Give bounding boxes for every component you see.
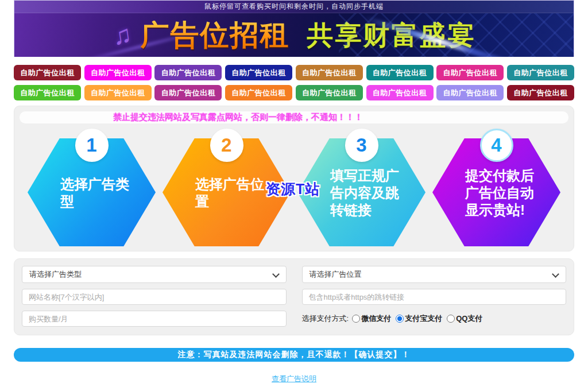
ad-rent-button[interactable]: 自助广告位出租 (296, 85, 363, 100)
payment-option[interactable]: 微信支付 (352, 313, 391, 324)
site-watermark: 资源T站 (266, 180, 320, 199)
ad-rent-button[interactable]: 自助广告位出租 (14, 65, 81, 80)
ad-rent-button[interactable]: 自助广告位出租 (507, 85, 574, 100)
ad-type-select[interactable]: 请选择广告类型 (22, 266, 287, 283)
ad-position-select[interactable]: 请选择广告位置 (302, 266, 567, 283)
step-1-number-badge: 1 (75, 129, 109, 162)
step-4-label: 提交付款后广告位自动显示贵站! (465, 167, 539, 219)
header: 鼠标停留可查看购买时间和剩余时间，自动同步手机端 ♫ 广告位招租 共享财富盛宴 (14, 0, 574, 57)
step-1: 选择广告类型 1 (28, 129, 156, 247)
submit-notice-bar[interactable]: 注意：写真站及违法网站会删除，且不退款！【确认提交】！ (14, 348, 574, 362)
ad-rent-button[interactable]: 自助广告位出租 (225, 65, 292, 80)
steps-card: 禁止提交违法网站及写真露点网站，否则一律删除，不通知！！！ 选择广告类型 1 选… (14, 106, 574, 251)
step-3-number-badge: 3 (345, 129, 378, 162)
step-4: 提交付款后广告位自动显示贵站! 4 (432, 129, 560, 247)
step-3-label: 填写正规广告内容及跳转链接 (330, 167, 404, 219)
step-2-number-badge: 2 (210, 129, 243, 162)
ad-buttons-grid: 自助广告位出租自助广告位出租自助广告位出租自助广告位出租自助广告位出租自助广告位… (14, 57, 574, 100)
ad-order-form: 请选择广告类型 请选择广告位置 选择支付方式: 微信支付支付宝支付QQ支付 (14, 258, 574, 335)
banner-subtitle: 共享财富盛宴 (307, 22, 476, 48)
payment-radio[interactable] (447, 315, 455, 323)
payment-option-label: 支付宝支付 (405, 313, 442, 324)
payment-option[interactable]: 支付宝支付 (396, 313, 442, 324)
ad-rent-button[interactable]: 自助广告位出租 (436, 65, 504, 80)
banner: ♫ 广告位招租 共享财富盛宴 (14, 13, 574, 57)
payment-radio[interactable] (352, 315, 360, 323)
payment-options: 微信支付支付宝支付QQ支付 (352, 313, 487, 324)
payment-option[interactable]: QQ支付 (447, 313, 482, 324)
ad-rent-button[interactable]: 自助广告位出租 (14, 85, 81, 100)
chevron-down-icon (552, 270, 559, 278)
payment-method-label: 选择支付方式: (302, 313, 349, 324)
submit-notice-text: 注意：写真站及违法网站会删除，且不退款！【确认提交】！ (178, 350, 411, 360)
ad-rent-button[interactable]: 自助广告位出租 (84, 65, 152, 80)
ad-rent-button[interactable]: 自助广告位出租 (366, 65, 434, 80)
ad-buttons-row-2: 自助广告位出租自助广告位出租自助广告位出租自助广告位出租自助广告位出租自助广告位… (14, 85, 574, 100)
chevron-down-icon (272, 270, 280, 278)
site-name-input[interactable] (22, 289, 287, 305)
payment-method-row: 选择支付方式: 微信支付支付宝支付QQ支付 (302, 311, 567, 327)
ad-rent-button[interactable]: 自助广告位出租 (84, 85, 152, 100)
ad-rent-button[interactable]: 自助广告位出租 (154, 85, 222, 100)
ad-buttons-row-1: 自助广告位出租自助广告位出租自助广告位出租自助广告位出租自助广告位出租自助广告位… (14, 65, 574, 80)
ad-rent-button[interactable]: 自助广告位出租 (507, 65, 574, 80)
step-4-number-badge: 4 (480, 129, 513, 162)
music-notes-icon: ♫ (111, 21, 133, 49)
banner-title: 广告位招租 (141, 21, 290, 49)
ad-type-select-value: 请选择广告类型 (29, 269, 82, 280)
payment-option-label: 微信支付 (361, 313, 391, 324)
ad-rent-button[interactable]: 自助广告位出租 (296, 65, 363, 80)
warning-bar: 禁止提交违法网站及写真露点网站，否则一律删除，不通知！！！ (20, 111, 568, 123)
ad-rent-button[interactable]: 自助广告位出租 (366, 85, 434, 100)
ad-rent-button[interactable]: 自助广告位出租 (436, 85, 504, 100)
warning-text: 禁止提交违法网站及写真露点网站，否则一律删除，不通知！！！ (113, 112, 363, 123)
payment-option-label: QQ支付 (456, 313, 482, 324)
footer: 查看广告说明 (14, 373, 574, 384)
ad-rent-button[interactable]: 自助广告位出租 (154, 65, 222, 80)
view-ad-instructions-link[interactable]: 查看广告说明 (272, 374, 316, 383)
top-info-bar: 鼠标停留可查看购买时间和剩余时间，自动同步手机端 (14, 1, 574, 13)
page: 鼠标停留可查看购买时间和剩余时间，自动同步手机端 ♫ 广告位招租 共享财富盛宴 … (0, 0, 588, 384)
step-2-label: 选择广告位置 (195, 176, 269, 210)
ad-position-select-value: 请选择广告位置 (310, 269, 362, 280)
step-1-label: 选择广告类型 (60, 176, 134, 210)
ad-rent-button[interactable]: 自助广告位出租 (225, 85, 292, 100)
payment-radio[interactable] (396, 315, 404, 323)
top-info-text: 鼠标停留可查看购买时间和剩余时间，自动同步手机端 (204, 2, 384, 11)
jump-link-input[interactable] (302, 289, 567, 305)
quantity-input[interactable] (22, 311, 287, 327)
